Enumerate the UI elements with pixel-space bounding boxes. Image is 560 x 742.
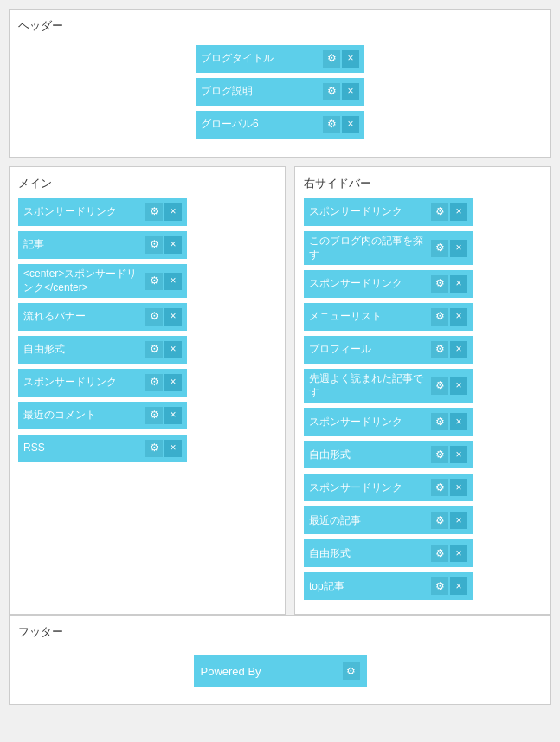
gear-icon[interactable]: ⚙ [431,512,448,529]
gear-icon[interactable]: ⚙ [431,446,448,463]
gear-icon[interactable]: ⚙ [145,203,163,221]
header-widget-label-w3: グローバル6 [201,118,319,132]
sidebar-widget-s11[interactable]: 自由形式⚙× [304,539,473,567]
main-label: メイン [18,176,276,191]
close-icon[interactable]: × [164,203,182,221]
close-icon[interactable]: × [342,116,359,133]
gear-icon[interactable]: ⚙ [431,545,448,562]
header-label: ヘッダー [18,18,542,34]
close-icon[interactable]: × [342,83,359,100]
close-icon[interactable]: × [450,446,467,463]
close-icon[interactable]: × [450,512,467,529]
gear-icon[interactable]: ⚙ [431,377,448,395]
close-icon[interactable]: × [450,240,467,257]
sidebar-widget-s2[interactable]: このブログ内の記事を探す⚙× [304,231,473,265]
sidebar-widget-s12[interactable]: top記事⚙× [304,572,473,600]
close-icon[interactable]: × [164,374,182,391]
footer-section: フッター Powered By⚙ [9,615,551,705]
close-icon[interactable]: × [450,479,467,496]
sidebar-widget-label-s1: スポンサードリンク [309,205,428,219]
sidebar-widget-label-s12: top記事 [309,580,428,594]
sidebar-widget-s1[interactable]: スポンサードリンク⚙× [304,198,473,226]
close-icon[interactable]: × [450,308,467,326]
gear-icon[interactable]: ⚙ [431,240,448,257]
close-icon[interactable]: × [450,577,467,595]
main-widget-m6[interactable]: スポンサードリンク⚙× [18,369,187,397]
gear-icon[interactable]: ⚙ [431,203,448,221]
gear-icon[interactable]: ⚙ [145,236,163,254]
gear-icon[interactable]: ⚙ [145,374,163,391]
close-icon[interactable]: × [450,203,467,221]
close-icon[interactable]: × [450,545,467,562]
close-icon[interactable]: × [164,407,182,424]
sidebar-widget-label-s6: 先週よく読まれた記事です [309,372,428,399]
sidebar-widget-s10[interactable]: 最近の記事⚙× [304,506,473,534]
close-icon[interactable]: × [450,413,467,430]
gear-icon[interactable]: ⚙ [323,50,340,68]
close-icon[interactable]: × [450,341,467,358]
footer-widgets: Powered By⚙ [18,647,542,695]
sidebar-widget-s6[interactable]: 先週よく読まれた記事です⚙× [304,369,473,403]
sidebar-widget-label-s2: このブログ内の記事を探す [309,235,428,261]
main-widget-m1[interactable]: スポンサードリンク⚙× [18,198,187,226]
header-widgets: ブログタイトル⚙×ブログ説明⚙×グローバル6⚙× [18,41,542,148]
gear-icon[interactable]: ⚙ [431,341,448,358]
main-widget-label-m8: RSS [23,442,142,455]
main-widget-label-m4: 流れるバナー [23,310,142,324]
main-widget-m7[interactable]: 最近のコメント⚙× [18,402,187,429]
header-widget-w2[interactable]: ブログ説明⚙× [196,78,364,106]
footer-widget-f1[interactable]: Powered By⚙ [194,655,367,687]
close-icon[interactable]: × [164,273,182,290]
footer-widget-label-f1: Powered By [201,665,343,678]
main-widget-m2[interactable]: 記事⚙× [18,231,187,259]
gear-icon[interactable]: ⚙ [323,83,340,100]
gear-icon[interactable]: ⚙ [145,440,163,457]
gear-icon[interactable]: ⚙ [323,116,340,133]
close-icon[interactable]: × [164,236,182,254]
close-icon[interactable]: × [164,308,182,326]
main-widget-label-m2: 記事 [23,238,142,252]
header-widget-label-w2: ブログ説明 [201,85,319,99]
sidebar-widget-label-s3: スポンサードリンク [309,277,428,291]
main-widget-label-m3: <center>スポンサードリンク</center> [23,268,142,294]
sidebar-widget-label-s10: 最近の記事 [309,514,428,528]
close-icon[interactable]: × [164,341,182,358]
gear-icon[interactable]: ⚙ [145,273,163,290]
close-icon[interactable]: × [342,50,359,68]
main-section: メイン スポンサードリンク⚙×記事⚙×<center>スポンサードリンク</ce… [9,166,286,615]
middle-row: メイン スポンサードリンク⚙×記事⚙×<center>スポンサードリンク</ce… [9,166,551,615]
main-widgets: スポンサードリンク⚙×記事⚙×<center>スポンサードリンク</center… [18,198,276,462]
sidebar-widget-s4[interactable]: メニューリスト⚙× [304,303,473,331]
main-widget-m3[interactable]: <center>スポンサードリンク</center>⚙× [18,264,187,298]
main-widget-m5[interactable]: 自由形式⚙× [18,336,187,364]
gear-icon[interactable]: ⚙ [431,275,448,293]
sidebar-widget-label-s7: スポンサードリンク [309,416,428,429]
header-widget-w1[interactable]: ブログタイトル⚙× [196,45,364,73]
gear-icon[interactable]: ⚙ [145,341,163,358]
sidebar-label: 右サイドバー [304,176,542,191]
main-widget-label-m7: 最近のコメント [23,409,142,423]
gear-icon[interactable]: ⚙ [343,662,360,680]
sidebar-section: 右サイドバー スポンサードリンク⚙×このブログ内の記事を探す⚙×スポンサードリン… [294,166,551,615]
header-widget-w3[interactable]: グローバル6⚙× [196,111,364,139]
gear-icon[interactable]: ⚙ [145,308,163,326]
sidebar-widget-label-s9: スポンサードリンク [309,481,428,495]
sidebar-widget-s9[interactable]: スポンサードリンク⚙× [304,474,473,501]
gear-icon[interactable]: ⚙ [431,577,448,595]
main-widget-m4[interactable]: 流れるバナー⚙× [18,303,187,331]
gear-icon[interactable]: ⚙ [145,407,163,424]
sidebar-widget-label-s4: メニューリスト [309,310,428,324]
gear-icon[interactable]: ⚙ [431,479,448,496]
gear-icon[interactable]: ⚙ [431,308,448,326]
header-widget-label-w1: ブログタイトル [201,52,319,66]
main-widget-m8[interactable]: RSS⚙× [18,435,187,462]
gear-icon[interactable]: ⚙ [431,413,448,430]
close-icon[interactable]: × [450,275,467,293]
sidebar-widget-s5[interactable]: プロフィール⚙× [304,336,473,364]
close-icon[interactable]: × [450,377,467,395]
header-section: ヘッダー ブログタイトル⚙×ブログ説明⚙×グローバル6⚙× [9,9,551,158]
close-icon[interactable]: × [164,440,182,457]
sidebar-widget-s8[interactable]: 自由形式⚙× [304,441,473,468]
sidebar-widget-s7[interactable]: スポンサードリンク⚙× [304,408,473,436]
sidebar-widget-s3[interactable]: スポンサードリンク⚙× [304,270,473,298]
